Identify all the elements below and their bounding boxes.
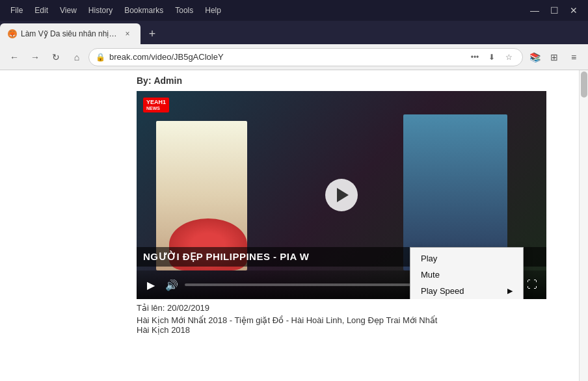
tab-bar: 🦊 Làm Vỹ Da siêu nhân nhịt ngoà × + [0, 21, 588, 44]
play-pause-button[interactable]: ▶ [143, 279, 159, 291]
volume-button[interactable]: 🔊 [164, 279, 180, 291]
page-content: By: Admin YEAH1 NEWS NGƯỜI ĐẸP PHILIPPIN… [0, 70, 588, 381]
maximize-button[interactable]: ☐ [545, 4, 563, 17]
tab-favicon: 🦊 [8, 29, 17, 38]
fullscreen-button[interactable]: ⛶ [524, 279, 540, 291]
minimize-button[interactable]: — [526, 4, 544, 17]
yeah1-text: YEAH1 [146, 99, 166, 106]
bookmark-star-icon[interactable]: ☆ [501, 50, 516, 64]
nav-right-buttons: 📚 ⊞ ≡ [526, 48, 583, 66]
menu-view[interactable]: View [55, 3, 82, 18]
yeah1-logo: YEAH1 NEWS [143, 98, 169, 112]
context-menu: Play Mute Play Speed ▶ Loop Show Control… [410, 247, 524, 299]
active-tab[interactable]: 🦊 Làm Vỹ Da siêu nhân nhịt ngoà × [0, 23, 140, 44]
url-display: break.com/video/JB5gACloleY [109, 52, 464, 62]
byline-author: Admin [154, 75, 182, 86]
address-bar[interactable]: 🔒 break.com/video/JB5gACloleY ••• ⬇ ☆ [88, 48, 523, 66]
byline: By: Admin [137, 75, 451, 86]
refresh-button[interactable]: ↻ [47, 48, 65, 66]
video-player[interactable]: YEAH1 NEWS NGƯỜI ĐẸP PHILIPPINES - PIA W… [137, 91, 546, 299]
sidebar-button[interactable]: ⊞ [545, 48, 563, 66]
title-bar: File Edit View History Bookmarks Tools H… [0, 0, 588, 21]
video-play-button[interactable] [325, 179, 358, 211]
window-controls: — ☐ ✕ [526, 4, 583, 17]
address-bar-actions: ••• ⬇ ☆ [468, 50, 516, 64]
more-address-button[interactable]: ••• [468, 50, 482, 64]
ctx-play-speed-label: Play Speed [421, 286, 464, 296]
menu-help[interactable]: Help [200, 3, 226, 18]
page-inner: By: Admin YEAH1 NEWS NGƯỜI ĐẸP PHILIPPIN… [0, 70, 588, 299]
home-button[interactable]: ⌂ [68, 48, 86, 66]
menu-history[interactable]: History [83, 3, 118, 18]
tab-close-button[interactable]: × [122, 29, 133, 39]
scrollbar[interactable] [579, 70, 588, 381]
navigation-bar: ← → ↻ ⌂ 🔒 break.com/video/JB5gACloleY ••… [0, 44, 588, 70]
video-watermark: YEAH1 NEWS [143, 98, 169, 112]
menu-edit[interactable]: Edit [29, 3, 53, 18]
close-button[interactable]: ✕ [565, 4, 583, 17]
ctx-play-speed[interactable]: Play Speed ▶ [410, 283, 523, 299]
byline-label: By: [137, 75, 152, 86]
menu-file[interactable]: File [5, 3, 28, 18]
forward-button[interactable]: → [26, 48, 44, 66]
scrollbar-thumb[interactable] [581, 72, 587, 98]
yeah1-news: NEWS [146, 106, 166, 111]
ctx-play[interactable]: Play [410, 250, 523, 267]
main-menu-button[interactable]: ≡ [565, 48, 583, 66]
tab-title: Làm Vỹ Da siêu nhân nhịt ngoà [21, 29, 118, 38]
pocket-icon[interactable]: ⬇ [485, 50, 499, 64]
library-button[interactable]: 📚 [526, 48, 544, 66]
ctx-mute[interactable]: Mute [410, 267, 523, 283]
ctx-play-speed-arrow: ▶ [507, 287, 513, 295]
page-description: Hài Kịch Mới Nhất 2018 - Tiệm giặt Đồ - … [0, 315, 588, 335]
menu-tools[interactable]: Tools [170, 3, 198, 18]
back-button[interactable]: ← [5, 48, 23, 66]
menu-bar: File Edit View History Bookmarks Tools H… [5, 3, 526, 18]
menu-bookmarks[interactable]: Bookmarks [119, 3, 168, 18]
upload-date: Tải lên: 20/02/2019 [0, 303, 588, 313]
lock-icon: 🔒 [96, 53, 105, 62]
new-tab-button[interactable]: + [143, 25, 161, 43]
